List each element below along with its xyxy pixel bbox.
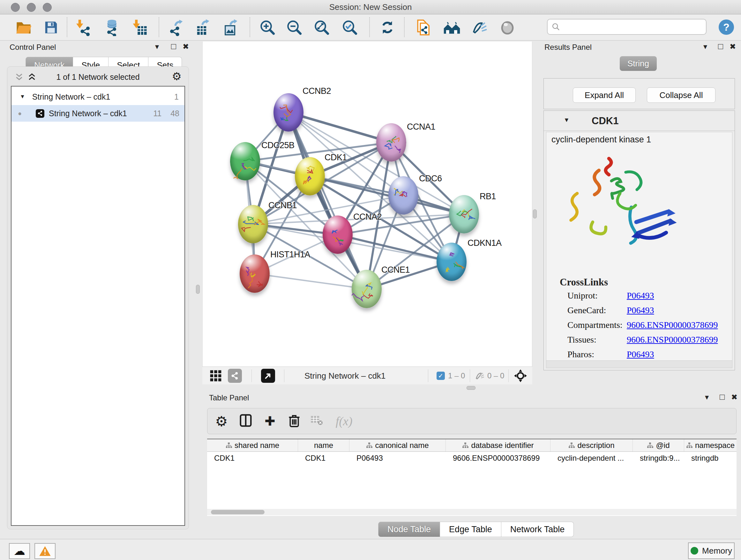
open-in-window-button[interactable]: [261, 369, 275, 383]
export-image-button[interactable]: [219, 16, 242, 39]
network-node[interactable]: [230, 142, 260, 180]
import-database-button[interactable]: [99, 16, 123, 39]
string-app-button[interactable]: [412, 16, 435, 39]
table-panel-close-icon[interactable]: ✖: [731, 393, 738, 401]
network-node[interactable]: [240, 254, 270, 293]
network-collection-row[interactable]: ▼ String Network – cdk1 1: [11, 88, 185, 105]
table-delete-button[interactable]: [288, 414, 300, 429]
zoom-fit-button[interactable]: [310, 16, 333, 39]
status-bar: ☁ Memory: [0, 539, 741, 560]
export-network-button[interactable]: [165, 16, 188, 39]
results-panel-title: Results Panel: [544, 43, 592, 52]
check-icon: ✓: [438, 372, 444, 380]
node-structure-thumbnail: [449, 195, 479, 233]
bottom-splitter-handle[interactable]: [467, 386, 475, 390]
network-view-title: String Network – cdk1: [305, 367, 386, 385]
zoom-out-icon: [286, 19, 302, 36]
birds-eye-view-button[interactable]: [209, 369, 222, 383]
main-toolbar: ?: [0, 14, 741, 41]
hidden-counts: 0 – 0: [487, 367, 504, 385]
crosslink-link[interactable]: P06493: [627, 291, 654, 301]
results-panel-collapse-icon[interactable]: ▾: [703, 42, 707, 51]
warnings-button[interactable]: [35, 543, 56, 559]
network-node[interactable]: [436, 243, 467, 281]
crosslink-link[interactable]: 9606.ENSP00000378699: [627, 334, 718, 345]
import-table-button[interactable]: [128, 16, 151, 39]
import-network-button[interactable]: [72, 16, 95, 39]
table-add-icon[interactable]: ✚: [265, 414, 275, 428]
network-node[interactable]: [295, 157, 325, 195]
string-network-badge-button[interactable]: [228, 369, 242, 383]
zoom-in-icon: [259, 19, 276, 36]
table-gear-icon[interactable]: ⚙: [215, 413, 227, 429]
table-panel-collapse-icon[interactable]: ▾: [705, 393, 709, 401]
column-header[interactable]: database identifier: [446, 439, 550, 451]
save-session-button[interactable]: [40, 16, 63, 39]
search-input[interactable]: [563, 22, 702, 32]
collapse-all-button[interactable]: Collapse All: [647, 87, 716, 103]
network-node[interactable]: [238, 205, 268, 243]
cloud-button[interactable]: ☁: [9, 543, 30, 559]
table-panel-float-icon[interactable]: □: [720, 392, 725, 402]
network-edge-count: 48: [171, 109, 179, 118]
fit-content-button[interactable]: [514, 369, 527, 384]
network-options-gear-icon[interactable]: ⚙: [172, 70, 182, 83]
node-structure-thumbnail: [323, 215, 353, 254]
column-header[interactable]: description: [550, 439, 633, 451]
show-all-button[interactable]: [496, 16, 519, 39]
memory-button[interactable]: Memory: [688, 543, 735, 559]
refresh-button[interactable]: [376, 16, 399, 39]
column-header[interactable]: name: [298, 439, 349, 451]
results-scrollbar[interactable]: [546, 361, 732, 368]
protein-header[interactable]: ▼ CDK1: [544, 111, 735, 131]
expand-all-button[interactable]: Expand All: [573, 87, 636, 103]
crosslink-link[interactable]: 9606.ENSP00000378699: [627, 320, 718, 330]
crosslink-link[interactable]: P06493: [627, 305, 654, 315]
tab-network-table[interactable]: Network Table: [501, 522, 574, 537]
network-label: String Network – cdk1: [49, 109, 127, 118]
network-node[interactable]: [388, 176, 418, 214]
right-splitter-handle[interactable]: [533, 209, 537, 219]
export-table-button[interactable]: [191, 16, 214, 39]
open-folder-icon: [15, 19, 32, 36]
node-table[interactable]: shared name name canonical name database…: [207, 439, 737, 516]
table-hscrollbar[interactable]: [207, 509, 737, 515]
results-panel-close-icon[interactable]: ✖: [730, 42, 736, 51]
zoom-in-button[interactable]: [256, 16, 279, 39]
tree-expander-icon[interactable]: ▼: [20, 94, 25, 100]
hidden-toggle-button[interactable]: [474, 371, 485, 382]
control-panel-close-icon[interactable]: ✖: [183, 42, 189, 51]
network-node[interactable]: [323, 215, 353, 254]
control-panel-float-icon[interactable]: □: [171, 42, 176, 51]
column-header[interactable]: @id: [633, 439, 684, 451]
table-row[interactable]: CDK1 CDK1 P06493 9606.ENSP00000378699 cy…: [207, 452, 737, 464]
tab-edge-table[interactable]: Edge Table: [440, 522, 501, 537]
tab-string[interactable]: String: [620, 56, 657, 71]
network-node[interactable]: [376, 123, 406, 162]
network-node[interactable]: [273, 93, 304, 132]
control-panel-collapse-icon[interactable]: ▾: [155, 42, 159, 51]
table-toolbar: ⚙ ✚ f(x): [207, 408, 737, 434]
zoom-selected-button[interactable]: [338, 16, 361, 39]
network-node[interactable]: [352, 270, 382, 308]
table-columns-button[interactable]: [239, 414, 252, 429]
protein-expander-icon[interactable]: ▼: [563, 117, 569, 124]
table-panel: Table Panel ▾ □ ✖ ⚙ ✚ f(x): [206, 392, 737, 542]
column-header[interactable]: shared name: [207, 439, 298, 451]
toolbar-separator: [369, 17, 370, 37]
help-button[interactable]: ?: [719, 19, 734, 35]
hide-selected-button[interactable]: [468, 16, 491, 39]
zoom-out-button[interactable]: [283, 16, 306, 39]
tab-node-table[interactable]: Node Table: [378, 522, 440, 537]
column-header[interactable]: namespace: [684, 439, 737, 451]
left-splitter-handle[interactable]: [196, 285, 200, 294]
network-canvas[interactable]: CCNB2CCNA1CDC25BCDK1CDC6RB1CCNB1CCNA2CDK…: [202, 42, 532, 367]
network-row-selected[interactable]: ● String Network – cdk1 11 48: [11, 105, 185, 122]
network-node[interactable]: [449, 195, 479, 233]
results-panel-float-icon[interactable]: □: [718, 42, 723, 51]
homes-button[interactable]: [441, 16, 463, 39]
column-header[interactable]: canonical name: [349, 439, 446, 451]
open-session-button[interactable]: [12, 16, 35, 39]
table-hscrollbar-thumb[interactable]: [211, 510, 265, 514]
crosslink-link[interactable]: P06493: [627, 349, 654, 360]
